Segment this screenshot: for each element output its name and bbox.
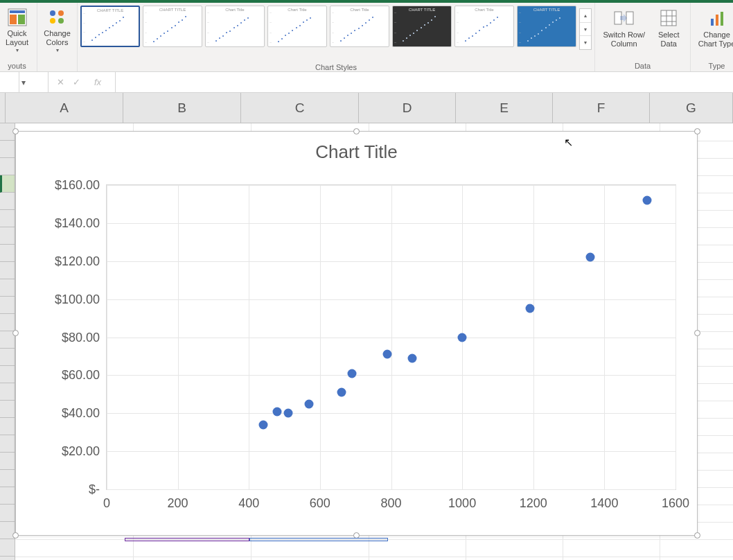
chart-style-thumb[interactable]: Chart Title———— (330, 6, 389, 47)
resize-handle[interactable] (12, 128, 19, 134)
chart-style-thumb[interactable]: Chart Title———— (454, 6, 514, 47)
row-header[interactable] (0, 401, 15, 418)
embedded-chart[interactable]: Chart Title 0200400600800100012001400160… (15, 131, 698, 536)
layouts-group-label: youts (1, 61, 33, 70)
row-header[interactable] (0, 245, 15, 262)
resize-handle[interactable] (12, 330, 19, 336)
source-range-y[interactable] (249, 538, 388, 541)
chart-style-thumb[interactable]: CHART TITLE———— (143, 6, 202, 47)
resize-handle[interactable] (694, 532, 700, 539)
row-header[interactable] (0, 262, 15, 279)
x-axis-tick: 800 (380, 489, 401, 511)
svg-rect-15 (711, 19, 714, 26)
column-header[interactable]: C (241, 93, 359, 123)
data-point[interactable] (458, 333, 467, 342)
accept-formula-icon[interactable]: ✓ (73, 77, 80, 87)
chart-style-thumb[interactable]: Chart Title———— (205, 6, 265, 47)
formula-input[interactable] (116, 72, 733, 92)
row-header[interactable] (0, 193, 15, 210)
quick-layout-button[interactable]: Quick Layout (1, 6, 33, 55)
column-header[interactable]: F (553, 93, 650, 123)
row-header[interactable] (0, 297, 15, 314)
row-header[interactable] (0, 141, 15, 158)
chart-type-icon (706, 7, 728, 29)
source-range-x[interactable] (125, 538, 249, 541)
name-box-dropdown[interactable]: ▾ (19, 78, 28, 87)
row-header[interactable] (0, 349, 15, 366)
resize-handle[interactable] (12, 532, 19, 539)
column-header[interactable]: D (359, 93, 456, 123)
gallery-scroll[interactable]: ▴▾▾ (579, 8, 592, 50)
gallery-up-icon[interactable]: ▴ (580, 9, 591, 23)
select-data-label: Select Data (653, 30, 685, 49)
chart-title[interactable]: Chart Title (16, 132, 697, 163)
row-header[interactable] (0, 435, 15, 453)
chart-style-thumb[interactable]: CHART TITLE———— (80, 6, 140, 47)
column-header[interactable]: E (456, 93, 553, 123)
chart-style-thumb[interactable]: CHART TITLE———— (392, 6, 452, 47)
change-chart-type-button[interactable]: Change Chart Type (695, 6, 733, 55)
fx-icon[interactable]: fx (89, 77, 107, 87)
column-header[interactable]: B (123, 93, 241, 123)
data-point[interactable] (258, 420, 267, 429)
x-axis-tick: 1200 (520, 489, 547, 511)
row-header[interactable] (0, 487, 15, 505)
name-box[interactable] (0, 72, 19, 92)
x-axis-tick: 1400 (590, 489, 618, 511)
resize-handle[interactable] (353, 128, 360, 134)
y-axis-tick: $120.00 (55, 254, 107, 268)
row-header[interactable] (0, 175, 15, 193)
y-axis-tick: $140.00 (55, 216, 107, 230)
column-header[interactable]: A (6, 93, 123, 123)
worksheet-grid[interactable]: Chart Title 0200400600800100012001400160… (15, 123, 733, 560)
data-point[interactable] (408, 353, 417, 362)
switch-row-column-button[interactable]: Switch Row/ Column (599, 6, 648, 55)
y-axis-tick: $100.00 (55, 292, 107, 306)
styles-group-label: Chart Styles (78, 62, 594, 71)
row-header[interactable] (0, 539, 15, 557)
data-point[interactable] (283, 409, 292, 418)
row-header[interactable] (0, 453, 15, 470)
cancel-formula-icon[interactable]: ✕ (57, 77, 64, 87)
data-point[interactable] (383, 350, 392, 359)
y-axis-tick: $160.00 (55, 178, 107, 193)
column-header[interactable]: G (650, 93, 733, 123)
gallery-down-icon[interactable]: ▾ (580, 23, 591, 37)
x-axis-tick: 200 (168, 489, 188, 511)
resize-handle[interactable] (694, 128, 700, 134)
row-header[interactable] (0, 418, 15, 435)
data-point[interactable] (305, 399, 314, 408)
data-point[interactable] (525, 304, 534, 313)
row-header[interactable] (0, 366, 15, 383)
row-header[interactable] (0, 158, 15, 175)
data-point[interactable] (337, 388, 346, 397)
data-point[interactable] (642, 195, 651, 204)
row-header[interactable] (0, 505, 15, 522)
y-axis-tick: $- (89, 482, 107, 497)
plot-area[interactable]: 02004006008001000120014001600$-$20.00$40… (106, 184, 676, 490)
row-headers (0, 123, 15, 560)
resize-handle[interactable] (694, 330, 700, 336)
row-header[interactable] (0, 279, 15, 297)
select-data-button[interactable]: Select Data (651, 6, 686, 55)
gallery-more-icon[interactable]: ▾ (580, 36, 591, 49)
chart-style-thumb[interactable]: Chart Title———— (267, 6, 327, 47)
data-point[interactable] (585, 253, 594, 262)
x-axis-tick: 400 (238, 489, 259, 511)
y-axis-tick: $20.00 (62, 444, 107, 459)
row-header[interactable] (0, 557, 15, 560)
y-axis-tick: $60.00 (62, 368, 107, 383)
row-header[interactable] (0, 314, 15, 331)
row-header[interactable] (0, 383, 15, 401)
chart-style-thumb[interactable]: CHART TITLE———— (517, 6, 576, 47)
data-point[interactable] (348, 369, 357, 378)
svg-point-4 (50, 10, 55, 16)
row-header[interactable] (0, 210, 15, 227)
change-colors-button[interactable]: Change Colors (42, 6, 73, 55)
svg-rect-17 (721, 12, 723, 26)
row-header[interactable] (0, 227, 15, 245)
data-point[interactable] (273, 407, 282, 416)
select-all-cell[interactable] (0, 93, 6, 123)
row-header[interactable] (0, 470, 15, 487)
change-type-label: Change Chart Type (696, 30, 733, 49)
